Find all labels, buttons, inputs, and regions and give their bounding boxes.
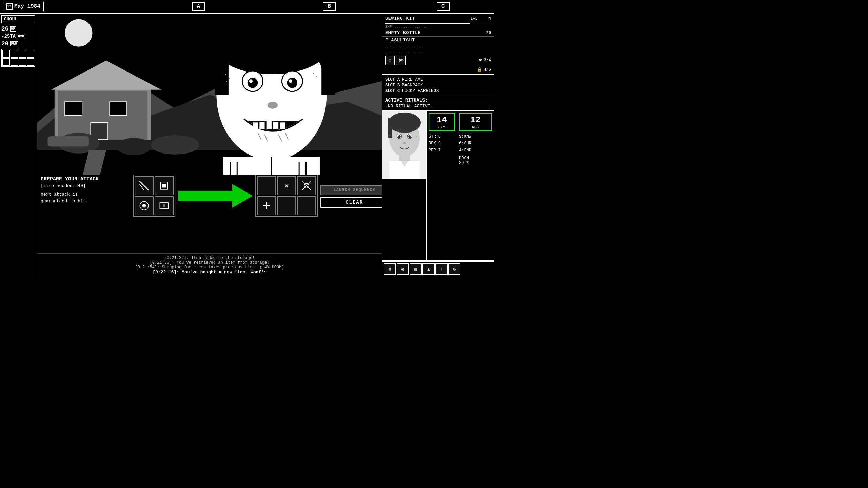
action-cell-4[interactable]: H	[155, 196, 174, 215]
per-stat: PER:7	[429, 147, 455, 154]
enemy-grid	[1, 49, 35, 67]
svg-rect-76	[418, 133, 418, 134]
dots-2: - - - - - - - - -	[382, 44, 494, 49]
svg-rect-9	[110, 102, 127, 116]
log-line-4: [0:22:16]: You've bought a new item. Woo…	[41, 270, 378, 275]
stars-value: 4/6	[484, 67, 491, 72]
svg-rect-8	[65, 102, 82, 116]
scene-image	[37, 14, 382, 175]
svg-point-22	[248, 78, 258, 88]
svg-rect-74	[391, 138, 391, 139]
slot-c-label: SLOT C	[385, 89, 400, 94]
char-panel: 14 STA STR:6 DEX:9 PER:7 12 REA	[382, 111, 494, 261]
svg-point-25	[289, 79, 292, 83]
calendar-icon: 31	[6, 3, 13, 10]
attack-desc: next attack is guaranteed to hit.	[41, 191, 99, 204]
svg-point-13	[151, 135, 199, 155]
svg-text:H: H	[163, 204, 165, 209]
grid-cell-5	[2, 58, 10, 66]
battle-ui-row: 0 /200 H	[133, 175, 382, 217]
inventory-row-2: FLASHLIGHT	[382, 37, 494, 44]
dex-stat: DEX:9	[429, 140, 455, 147]
action-cell-9[interactable]	[277, 196, 296, 215]
svg-rect-60	[266, 202, 267, 209]
icon-character[interactable]: ♟	[422, 263, 435, 275]
pwr-row: 20 PWR	[1, 40, 35, 47]
left-panel: GHOUL 26 HP -2STA DMG 20 PWR	[0, 14, 37, 277]
svg-rect-73	[389, 135, 390, 135]
icon-storage[interactable]: ▦	[410, 263, 422, 275]
launch-button[interactable]: LAUNCH SEQUENCE	[320, 185, 382, 195]
stars-row: 🔒 4/6	[382, 66, 494, 73]
dots-3: - - - - - - - - -	[382, 49, 494, 54]
doom-label: DOOM	[459, 156, 492, 161]
green-arrow	[178, 182, 253, 209]
action-grid-left: H	[133, 175, 175, 217]
game-container: 31 May 1984 A B C GHOUL 26 HP -2STA DMG …	[0, 0, 494, 277]
action-cell-1[interactable]	[135, 176, 154, 195]
char-attrs-left: STR:6 DEX:9 PER:7	[429, 133, 455, 154]
action-cell-10[interactable]	[297, 196, 316, 215]
svg-rect-18	[215, 40, 229, 95]
icon-settings[interactable]: ⚙	[448, 263, 460, 275]
grid-cell-2	[11, 50, 18, 58]
fnd-stat: 4:FND	[459, 147, 492, 154]
svg-rect-43	[229, 78, 230, 79]
svg-rect-44	[226, 81, 227, 82]
slot-tab-c[interactable]: C	[437, 2, 450, 11]
action-cell-5[interactable]	[257, 176, 276, 195]
svg-point-67	[398, 135, 401, 138]
dmg-value: -2STA	[1, 34, 16, 39]
svg-marker-55	[178, 184, 253, 208]
inventory-row-0: SEWING KIT LVL 4	[382, 15, 494, 22]
icon-vision[interactable]: ◉	[397, 263, 409, 275]
item-name-2: FLASHLIGHT	[385, 38, 477, 43]
slot-tab-a[interactable]: A	[192, 2, 205, 11]
action-cell-2[interactable]	[155, 176, 174, 195]
slot-a-row: SLOT A FIRE AXE	[385, 77, 491, 82]
action-cell-x[interactable]: ✕	[277, 176, 296, 195]
action-cell-8[interactable]	[257, 196, 276, 215]
dots-1: EXP ...............	[382, 24, 494, 29]
svg-point-52	[142, 204, 146, 208]
svg-rect-19	[321, 40, 335, 95]
svg-rect-45	[313, 73, 314, 74]
grid-cell-6	[11, 58, 18, 66]
grid-cell-7	[19, 58, 26, 66]
date-text: May 1984	[14, 3, 40, 9]
svg-rect-29	[267, 121, 272, 129]
slot-tab-b[interactable]: B	[323, 2, 336, 11]
char-portrait	[382, 111, 427, 260]
svg-rect-28	[259, 122, 264, 129]
action-cell-3[interactable]	[135, 196, 154, 215]
action-cell-7[interactable]	[297, 176, 316, 195]
mini-icons-row: ⚙ 🗺 ❤ 3/4	[382, 54, 494, 66]
log-line-1: [0:21:32]: Item added to the storage!	[41, 256, 378, 260]
rea-box: 12 REA	[459, 113, 492, 131]
hp-value: 26	[1, 25, 9, 32]
rituals-title: ACTIVE RITUALS:	[385, 98, 491, 103]
date-badge: 31 May 1984	[3, 2, 44, 11]
log-area: [0:21:32]: Item added to the storage! [0…	[37, 253, 382, 277]
hp-row: 26 HP	[1, 25, 35, 32]
svg-rect-46	[316, 76, 317, 77]
icon-alchemy[interactable]: ☿	[384, 263, 396, 275]
rituals-status: -NO RITUAL ACTIVE-	[385, 104, 491, 109]
map-icon[interactable]: 🗺	[396, 56, 406, 65]
svg-point-2	[65, 19, 92, 47]
pwr-value: 20	[1, 40, 9, 47]
char-stats-right: 12 REA 9:KNW 6:CHR 4:FND DOOM 39 %	[457, 111, 494, 260]
str-stat: STR:6	[429, 133, 455, 140]
item-name-1: EMPTY BOTTLE	[385, 30, 477, 35]
rea-label: REA	[462, 125, 488, 129]
clear-button[interactable]: CLEAR	[320, 197, 382, 208]
item-val-1: 70	[477, 30, 491, 35]
svg-rect-27	[253, 122, 258, 129]
char-stats-left: 14 STA STR:6 DEX:9 PER:7	[427, 111, 457, 260]
bottom-icon-bar: ☿ ◉ ▦ ♟ ↑ ⚙	[382, 261, 494, 277]
doom-row: DOOM 39 %	[459, 156, 492, 165]
gear-icon[interactable]: ⚙	[385, 56, 395, 65]
icon-up[interactable]: ↑	[435, 263, 448, 275]
level-label: LVL	[471, 17, 477, 21]
knw-stat: 9:KNW	[459, 133, 492, 140]
